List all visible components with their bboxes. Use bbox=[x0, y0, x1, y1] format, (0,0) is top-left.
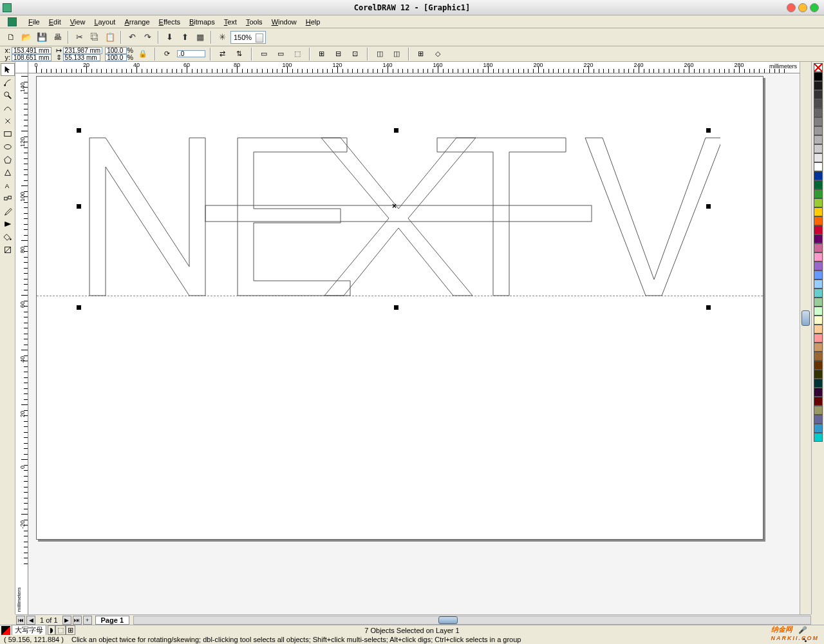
separator bbox=[211, 31, 212, 44]
position-group: x:153.491 mm y:108.651 mm bbox=[3, 47, 52, 61]
separator bbox=[158, 31, 159, 44]
lock-ratio-button[interactable]: 🔒 bbox=[136, 48, 150, 61]
zoom-level[interactable]: 150% bbox=[230, 31, 266, 44]
separator bbox=[367, 48, 368, 61]
mirror-v-button[interactable]: ⇅ bbox=[232, 48, 247, 61]
doc-icon bbox=[8, 17, 17, 26]
convert-button[interactable]: ◇ bbox=[431, 48, 445, 61]
break-button[interactable]: ◫ bbox=[389, 48, 404, 61]
menu-bitmaps[interactable]: Bitmaps bbox=[189, 18, 215, 26]
scale-x-field[interactable]: 100.0 bbox=[105, 47, 127, 54]
undo-button[interactable]: ↶ bbox=[125, 30, 139, 44]
to-back-button[interactable]: ▭ bbox=[274, 48, 288, 61]
separator bbox=[120, 31, 122, 44]
import-button[interactable]: ⬇ bbox=[162, 30, 176, 44]
menu-window[interactable]: Window bbox=[272, 18, 297, 26]
print-button[interactable]: 🖶 bbox=[50, 30, 64, 44]
size-group: ↦231.987 mm ⇕55.133 mm bbox=[54, 47, 103, 61]
redo-button[interactable]: ↷ bbox=[140, 30, 154, 44]
cut-button[interactable]: ✂ bbox=[72, 30, 86, 44]
menu-view[interactable]: View bbox=[70, 18, 86, 26]
group-button[interactable]: ⊞ bbox=[315, 48, 329, 61]
y-label: y: bbox=[3, 53, 12, 61]
rotation-icon: ⟳ bbox=[160, 48, 174, 61]
new-button[interactable]: 🗋 bbox=[4, 30, 18, 44]
separator bbox=[408, 48, 409, 61]
wrap-button[interactable]: ⬚ bbox=[290, 48, 304, 61]
corel-online-button[interactable]: ✳ bbox=[215, 30, 229, 44]
align-button[interactable]: ⊞ bbox=[414, 48, 428, 61]
property-bar: x:153.491 mm y:108.651 mm ↦231.987 mm ⇕5… bbox=[0, 46, 824, 62]
open-button[interactable]: 📂 bbox=[19, 30, 33, 44]
mirror-h-button[interactable]: ⇄ bbox=[216, 48, 230, 61]
rotation-field[interactable]: .0 bbox=[177, 50, 205, 57]
menu-effects[interactable]: Effects bbox=[159, 18, 180, 26]
separator bbox=[251, 48, 252, 61]
paste-button[interactable]: 📋 bbox=[103, 30, 117, 44]
combine-button[interactable]: ◫ bbox=[373, 48, 387, 61]
separator bbox=[309, 48, 310, 61]
menu-edit[interactable]: Edit bbox=[49, 18, 61, 26]
zoom-value: 150% bbox=[234, 33, 252, 41]
window-controls bbox=[787, 3, 819, 12]
separator bbox=[68, 31, 69, 44]
app-launcher-button[interactable]: ▦ bbox=[193, 30, 207, 44]
menu-tools[interactable]: Tools bbox=[246, 18, 263, 26]
menubar: File Edit View Layout Arrange Effects Bi… bbox=[0, 15, 824, 28]
menu-arrange[interactable]: Arrange bbox=[124, 18, 149, 26]
maximize-button[interactable] bbox=[810, 3, 819, 12]
menu-text[interactable]: Text bbox=[224, 18, 237, 26]
menu-help[interactable]: Help bbox=[306, 18, 321, 26]
separator bbox=[210, 48, 211, 61]
titlebar: CorelDRAW 12 - [Graphic1] bbox=[0, 0, 824, 15]
h-icon: ⇕ bbox=[54, 53, 63, 62]
x-field[interactable]: 153.491 mm bbox=[12, 47, 52, 54]
ungroup-all-button[interactable]: ⊡ bbox=[348, 48, 362, 61]
window-title: CorelDRAW 12 - [Graphic1] bbox=[354, 3, 471, 12]
height-field[interactable]: 55.133 mm bbox=[63, 54, 100, 61]
app-icon bbox=[3, 3, 12, 12]
scale-group: 100.0% 100.0% bbox=[105, 47, 133, 61]
to-front-button[interactable]: ▭ bbox=[257, 48, 271, 61]
copy-button[interactable]: ⿻ bbox=[88, 30, 102, 44]
ungroup-button[interactable]: ⊟ bbox=[332, 48, 346, 61]
pct-label: % bbox=[127, 53, 133, 61]
separator bbox=[154, 48, 156, 61]
menu-layout[interactable]: Layout bbox=[94, 18, 115, 26]
scale-y-field[interactable]: 100.0 bbox=[105, 54, 127, 61]
menu-file[interactable]: File bbox=[28, 18, 40, 26]
close-button[interactable] bbox=[787, 3, 796, 12]
y-field[interactable]: 108.651 mm bbox=[12, 54, 52, 61]
standard-toolbar: 🗋 📂 💾 🖶 ✂ ⿻ 📋 ↶ ↷ ⬇ ⬆ ▦ ✳ 150% bbox=[0, 28, 824, 46]
save-button[interactable]: 💾 bbox=[35, 30, 49, 44]
export-button[interactable]: ⬆ bbox=[178, 30, 192, 44]
width-field[interactable]: 231.987 mm bbox=[63, 47, 103, 54]
minimize-button[interactable] bbox=[798, 3, 807, 12]
